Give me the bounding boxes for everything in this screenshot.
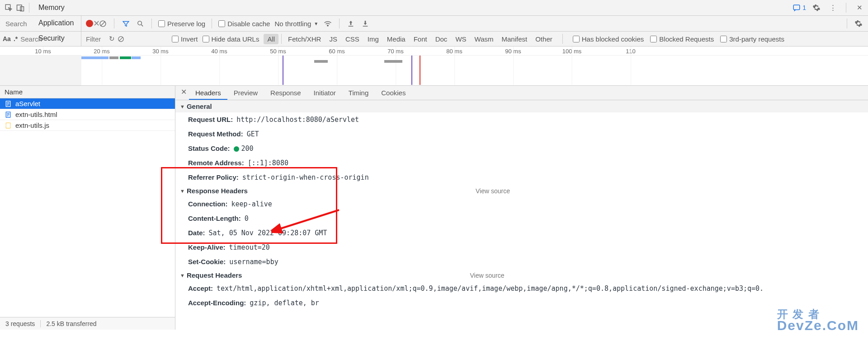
network-conditions-icon[interactable]: [323, 19, 333, 28]
preserve-log-label: Preserve log: [167, 20, 205, 28]
header-value: GET: [247, 129, 259, 140]
request-name: extn-utils.js: [15, 121, 49, 129]
type-filter-other[interactable]: Other: [532, 34, 556, 44]
timeline-overview[interactable]: 10 ms20 ms30 ms40 ms50 ms60 ms70 ms80 ms…: [0, 47, 868, 86]
header-value: username=bby: [229, 256, 278, 267]
type-filter-manifest[interactable]: Manifest: [498, 34, 531, 44]
type-filter-css[interactable]: CSS: [342, 34, 363, 44]
timeline-tick: 90 ms: [505, 48, 521, 55]
separator: [29, 3, 29, 13]
has-blocked-cookies-checkbox[interactable]: Has blocked cookies: [573, 35, 644, 43]
search-input[interactable]: [4, 19, 93, 28]
header-value: timeout=20: [229, 242, 270, 253]
record-button[interactable]: [86, 20, 93, 27]
header-key: Content-Length:: [188, 213, 241, 224]
third-party-checkbox[interactable]: 3rd-party requests: [720, 35, 784, 43]
header-row: Set-Cookie:username=bby: [175, 255, 868, 269]
request-list-header[interactable]: Name: [0, 86, 175, 98]
timeline-tick: 10 ms: [35, 48, 51, 55]
detail-tab-response[interactable]: Response: [264, 86, 307, 100]
detail-tab-headers[interactable]: Headers: [189, 86, 227, 100]
detail-tab-timing[interactable]: Timing: [342, 86, 375, 100]
invert-label: Invert: [181, 35, 198, 43]
general-section-header[interactable]: ▼General: [175, 100, 868, 112]
preserve-log-checkbox[interactable]: Preserve log: [158, 20, 205, 28]
invert-checkbox[interactable]: Invert: [172, 35, 198, 43]
tab-memory[interactable]: Memory: [32, 0, 122, 15]
more-icon[interactable]: ⋮: [827, 2, 839, 14]
detail-tab-initiator[interactable]: Initiator: [307, 86, 342, 100]
type-filter-doc[interactable]: Doc: [432, 34, 451, 44]
hide-data-urls-checkbox[interactable]: Hide data URLs: [203, 35, 259, 43]
export-har-icon[interactable]: [360, 19, 370, 28]
type-filter-ws[interactable]: WS: [452, 34, 470, 44]
svg-rect-16: [6, 123, 10, 128]
header-key: Set-Cookie:: [188, 256, 226, 267]
filter-input[interactable]: [86, 35, 167, 43]
header-row: Request URL:http://localhost:8080/aServl…: [175, 112, 868, 127]
timeline-tick: 100 ms: [562, 48, 582, 55]
response-headers-label: Response Headers: [187, 187, 248, 195]
detail-tab-preview[interactable]: Preview: [227, 86, 264, 100]
search-toggle-icon[interactable]: [135, 19, 145, 28]
header-value: gzip, deflate, br: [250, 298, 319, 308]
has-blocked-cookies-label: Has blocked cookies: [582, 35, 644, 43]
request-headers-section[interactable]: ▼Request Headers View source: [175, 269, 868, 281]
header-value: text/html,application/xhtml+xml,applicat…: [217, 283, 764, 294]
header-value: keep-alive: [231, 199, 272, 210]
match-case-icon[interactable]: Aa: [3, 35, 11, 42]
timeline-tick: 60 ms: [329, 48, 344, 55]
type-filter-all[interactable]: All: [264, 34, 278, 44]
header-row: Remote Address:[::1]:8080: [175, 156, 868, 170]
header-value: Sat, 05 Nov 2022 09:28:07 GMT: [209, 228, 327, 238]
header-value: http://localhost:8080/aServlet: [236, 114, 359, 125]
import-har-icon[interactable]: [346, 19, 356, 28]
disable-cache-checkbox[interactable]: Disable cache: [218, 20, 270, 28]
svg-rect-3: [793, 5, 800, 10]
throttling-select[interactable]: No throttling▼: [274, 20, 318, 28]
clear-button[interactable]: [98, 19, 108, 28]
filter-icon[interactable]: [121, 19, 131, 28]
type-filter-font[interactable]: Font: [410, 34, 431, 44]
timeline-tick: 80 ms: [446, 48, 462, 55]
header-row: Date:Sat, 05 Nov 2022 09:28:07 GMT: [175, 226, 868, 240]
regex-icon[interactable]: .*: [14, 35, 18, 42]
throttling-label: No throttling: [274, 20, 311, 28]
header-key: Referrer Policy:: [188, 172, 239, 183]
close-devtools-icon[interactable]: ✕: [854, 2, 865, 14]
settings-gear-icon[interactable]: [811, 2, 822, 14]
view-source-link[interactable]: View source: [470, 272, 504, 279]
timeline-tick: 20 ms: [94, 48, 109, 55]
separator: [40, 320, 41, 327]
blocked-requests-checkbox[interactable]: Blocked Requests: [650, 35, 714, 43]
header-key: Connection:: [188, 199, 228, 210]
header-row: Connection:keep-alive: [175, 197, 868, 211]
collapse-icon: ▼: [180, 188, 185, 194]
request-row[interactable]: aServlet: [0, 98, 175, 109]
device-toolbar-icon[interactable]: [14, 2, 26, 14]
type-filter-wasm[interactable]: Wasm: [471, 34, 497, 44]
transferred-size: 2.5 kB transferred: [46, 320, 96, 327]
issues-count: 1: [802, 4, 806, 11]
detail-tab-cookies[interactable]: Cookies: [375, 86, 412, 100]
type-filter-img[interactable]: Img: [364, 34, 382, 44]
header-value: 200: [234, 143, 254, 154]
type-filter-media[interactable]: Media: [383, 34, 409, 44]
separator: [847, 19, 847, 28]
separator: [281, 34, 282, 44]
type-filter-js[interactable]: JS: [326, 34, 341, 44]
view-source-link[interactable]: View source: [476, 187, 510, 195]
header-key: Accept-Encoding:: [188, 298, 246, 308]
type-filter-fetch-xhr[interactable]: Fetch/XHR: [284, 34, 325, 44]
request-row[interactable]: extn-utils.html: [0, 109, 175, 120]
network-settings-icon[interactable]: [854, 19, 863, 28]
response-headers-section[interactable]: ▼Response Headers View source: [175, 185, 868, 197]
request-name: extn-utils.html: [15, 111, 57, 118]
request-row[interactable]: extn-utils.js: [0, 120, 175, 131]
separator: [151, 19, 152, 28]
header-key: Status Code:: [188, 143, 230, 154]
timeline-tick: 70 ms: [387, 48, 403, 55]
issues-badge[interactable]: 1: [793, 4, 806, 12]
close-detail-icon[interactable]: ✕: [178, 88, 189, 98]
inspect-icon[interactable]: [3, 2, 14, 14]
